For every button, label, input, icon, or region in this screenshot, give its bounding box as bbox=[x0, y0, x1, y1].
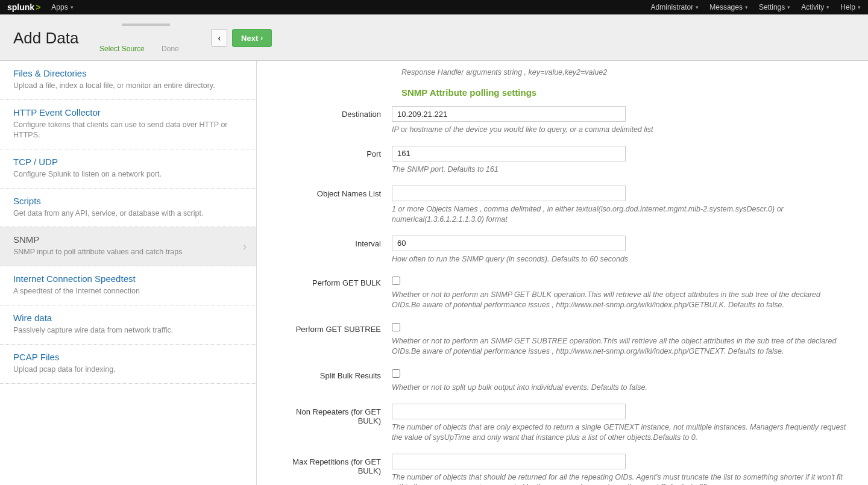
sidebar-item-files[interactable]: Files & Directories Upload a file, index… bbox=[0, 61, 256, 100]
messages-menu[interactable]: Messages ▾ bbox=[709, 3, 748, 11]
row-interval: Interval How often to run the SNMP query… bbox=[271, 236, 854, 272]
row-destination: Destination IP or hostname of the device… bbox=[271, 106, 854, 142]
page-header: Add Data Select Source Done ‹ Next › bbox=[0, 14, 868, 61]
brand-caret: > bbox=[36, 2, 40, 12]
sidebar-item-desc: Upload a file, index a local file, or mo… bbox=[13, 81, 243, 91]
get-subtree-label: Perform GET SUBTREE bbox=[271, 321, 392, 334]
sidebar-item-desc: Upload pcap data for indexing. bbox=[13, 365, 243, 375]
row-split-bulk: Split Bulk Results Whether or not to spl… bbox=[271, 368, 854, 400]
row-non-repeaters: Non Repeaters (for GET BULK) The number … bbox=[271, 404, 854, 450]
apps-menu[interactable]: Apps ▾ bbox=[51, 3, 73, 11]
brand-logo[interactable]: splunk> bbox=[7, 2, 40, 12]
sidebar-item-http[interactable]: HTTP Event Collector Configure tokens th… bbox=[0, 100, 256, 149]
administrator-menu[interactable]: Administrator ▾ bbox=[651, 3, 699, 11]
sidebar-item-desc: Passively capture wire data from network… bbox=[13, 325, 243, 336]
interval-hint: How often to run the SNMP query (in seco… bbox=[392, 254, 850, 264]
settings-label: Settings bbox=[759, 3, 785, 11]
sidebar-item-speedtest[interactable]: Internet Connection Speedtest A speedtes… bbox=[0, 266, 256, 305]
interval-label: Interval bbox=[271, 236, 392, 248]
sidebar-item-title: Scripts bbox=[13, 196, 243, 206]
sidebar-item-desc: Get data from any API, service, or datab… bbox=[13, 208, 243, 219]
row-get-subtree: Perform GET SUBTREE Whether or not to pe… bbox=[271, 321, 854, 364]
wizard-step-label-1: Select Source bbox=[98, 45, 146, 53]
chevron-down-icon: ▾ bbox=[858, 4, 861, 10]
administrator-label: Administrator bbox=[651, 3, 694, 11]
topbar: splunk> Apps ▾ Administrator ▾ Messages … bbox=[0, 0, 868, 14]
wizard-step-label-2: Done bbox=[146, 45, 194, 53]
chevron-right-icon: › bbox=[260, 34, 263, 42]
sidebar-item-title: Files & Directories bbox=[13, 68, 243, 78]
sidebar-item-snmp[interactable]: SNMP SNMP input to poll attribute values… bbox=[0, 227, 256, 266]
sidebar-item-title: HTTP Event Collector bbox=[13, 107, 243, 117]
port-label: Port bbox=[271, 146, 392, 158]
form-area: Response Handler arguments string , key=… bbox=[257, 61, 868, 485]
interval-input[interactable] bbox=[392, 236, 626, 251]
get-subtree-hint: Whether or not to perform an SNMP GET SU… bbox=[392, 336, 850, 357]
split-bulk-hint: Whether or not to split up bulk output i… bbox=[392, 383, 850, 393]
section-title-polling: SNMP Attribute polling settings bbox=[401, 87, 854, 98]
non-repeaters-hint: The number of objects that are only expe… bbox=[392, 422, 850, 443]
next-button[interactable]: Next › bbox=[232, 29, 272, 47]
sidebar-item-title: Internet Connection Speedtest bbox=[13, 274, 243, 284]
brand-text: splunk bbox=[7, 2, 34, 12]
wizard-segment bbox=[122, 23, 170, 26]
row-port: Port The SNMP port. Defaults to 161 bbox=[271, 146, 854, 182]
sidebar-item-title: TCP / UDP bbox=[13, 157, 243, 167]
get-bulk-label: Perform GET BULK bbox=[271, 275, 392, 287]
chevron-down-icon: ▾ bbox=[71, 4, 74, 10]
next-label: Next bbox=[241, 34, 258, 43]
chevron-left-icon: ‹ bbox=[218, 33, 221, 43]
destination-input[interactable] bbox=[392, 106, 626, 122]
split-bulk-label: Split Bulk Results bbox=[271, 368, 392, 380]
main: Files & Directories Upload a file, index… bbox=[0, 61, 868, 485]
max-repetitions-hint: The number of objects that should be ret… bbox=[392, 472, 850, 486]
destination-hint: IP or hostname of the device you would l… bbox=[392, 125, 850, 135]
get-bulk-checkbox[interactable] bbox=[392, 277, 400, 285]
sidebar-item-desc: SNMP input to poll attribute values and … bbox=[13, 247, 243, 257]
sidebar-item-pcap[interactable]: PCAP Files Upload pcap data for indexing… bbox=[0, 345, 256, 384]
max-repetitions-input[interactable] bbox=[392, 454, 626, 469]
sidebar-item-scripts[interactable]: Scripts Get data from any API, service, … bbox=[0, 189, 256, 228]
row-object-names: Object Names List 1 or more Objects Name… bbox=[271, 186, 854, 232]
object-names-input[interactable] bbox=[392, 186, 626, 201]
sidebar: Files & Directories Upload a file, index… bbox=[0, 61, 257, 485]
chevron-down-icon: ▾ bbox=[826, 4, 829, 10]
sidebar-item-desc: A speedtest of the Internet connection bbox=[13, 286, 243, 296]
chevron-down-icon: ▾ bbox=[787, 4, 790, 10]
object-names-hint: 1 or more Objects Names , comma delimite… bbox=[392, 204, 850, 225]
activity-label: Activity bbox=[801, 3, 824, 11]
chevron-down-icon: ▾ bbox=[696, 4, 699, 10]
sidebar-item-desc: Configure Splunk to listen on a network … bbox=[13, 169, 243, 180]
split-bulk-checkbox[interactable] bbox=[392, 369, 400, 378]
sidebar-item-title: PCAP Files bbox=[13, 352, 243, 362]
port-input[interactable] bbox=[392, 146, 626, 161]
back-button[interactable]: ‹ bbox=[211, 29, 227, 47]
non-repeaters-label: Non Repeaters (for GET BULK) bbox=[271, 404, 392, 425]
sidebar-item-title: Wire data bbox=[13, 313, 243, 323]
sidebar-item-wiredata[interactable]: Wire data Passively capture wire data fr… bbox=[0, 305, 256, 345]
help-menu[interactable]: Help ▾ bbox=[840, 3, 861, 11]
get-subtree-checkbox[interactable] bbox=[392, 323, 400, 331]
sidebar-item-tcpudp[interactable]: TCP / UDP Configure Splunk to listen on … bbox=[0, 149, 256, 189]
row-get-bulk: Perform GET BULK Whether or not to perfo… bbox=[271, 275, 854, 318]
max-repetitions-label: Max Repetitions (for GET BULK) bbox=[271, 454, 392, 475]
response-handler-hint: Response Handler arguments string , key=… bbox=[401, 68, 854, 77]
destination-label: Destination bbox=[271, 106, 392, 119]
get-bulk-hint: Whether or not to perform an SNMP GET BU… bbox=[392, 290, 850, 310]
page-title: Add Data bbox=[13, 29, 78, 48]
non-repeaters-input[interactable] bbox=[392, 404, 626, 419]
settings-menu[interactable]: Settings ▾ bbox=[759, 3, 790, 11]
chevron-down-icon: ▾ bbox=[745, 4, 748, 10]
port-hint: The SNMP port. Defaults to 161 bbox=[392, 164, 850, 175]
sidebar-item-desc: Configure tokens that clients can use to… bbox=[13, 120, 243, 140]
messages-label: Messages bbox=[709, 3, 743, 11]
activity-menu[interactable]: Activity ▾ bbox=[801, 3, 829, 11]
apps-label: Apps bbox=[51, 3, 68, 11]
help-label: Help bbox=[840, 3, 855, 11]
object-names-label: Object Names List bbox=[271, 186, 392, 198]
chevron-right-icon: › bbox=[243, 240, 247, 253]
sidebar-item-title: SNMP bbox=[13, 234, 243, 245]
row-max-repetitions: Max Repetitions (for GET BULK) The numbe… bbox=[271, 454, 854, 486]
